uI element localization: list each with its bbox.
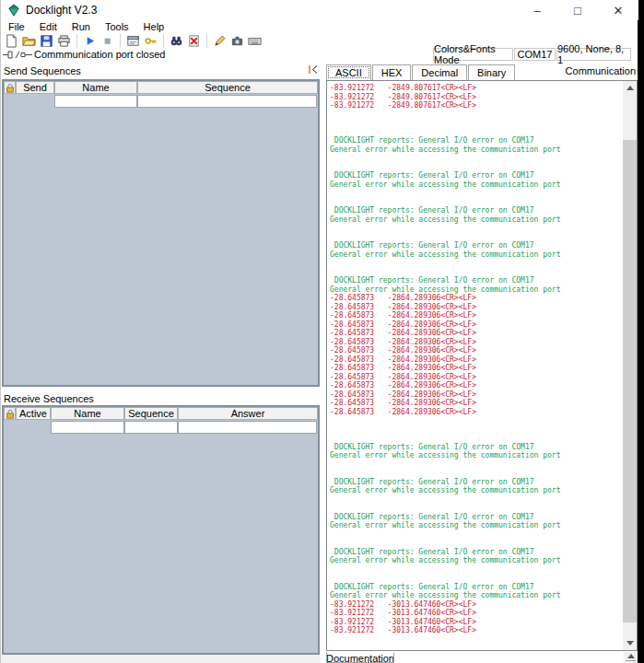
tab-ascii[interactable]: ASCII <box>326 64 371 80</box>
start-communication-icon[interactable] <box>82 34 98 49</box>
terminal-line: -83.921272 -3013.647460<CR><LF> <box>330 618 622 627</box>
tab-decimal[interactable]: Decimal <box>412 64 467 80</box>
doc-scroll-up-icon[interactable] <box>627 654 635 658</box>
send-col-header[interactable]: Send <box>16 81 54 94</box>
save-icon[interactable] <box>39 34 54 49</box>
docklight-logo-icon <box>7 4 20 17</box>
print-icon[interactable] <box>56 34 72 49</box>
terminal-line <box>330 189 622 198</box>
terminal-line: -28.645873 -2864.289306<CR><LF> <box>330 408 622 417</box>
terminal-line: DOCKLIGHT reports: General I/O error on … <box>330 548 622 557</box>
terminal-line: -28.645873 -2864.289306<CR><LF> <box>330 381 622 390</box>
stop-communication-icon[interactable] <box>100 34 115 49</box>
terminal-line <box>330 434 622 443</box>
com-port-label: COM17 <box>518 49 553 60</box>
scrollbar-thumb[interactable] <box>623 140 637 622</box>
new-file-icon[interactable] <box>4 34 19 49</box>
edit-mode-icon[interactable] <box>212 34 228 49</box>
snapshot-icon[interactable] <box>229 34 245 49</box>
close-icon[interactable]: ✕ <box>598 0 638 20</box>
terminal-line: -83.921272 -3013.647460<CR><LF> <box>330 600 622 610</box>
terminal-line: DOCKLIGHT reports: General I/O error on … <box>330 478 622 487</box>
receive-sequences-title: Receive Sequences <box>4 393 94 404</box>
terminal-line: General error while accessing the commun… <box>330 451 622 460</box>
name-col-header[interactable]: Name <box>51 407 124 420</box>
terminal-line <box>330 425 622 435</box>
terminal-line: DOCKLIGHT reports: General I/O error on … <box>330 443 622 452</box>
toolbar-separator <box>206 34 207 48</box>
terminal-line: -28.645873 -2864.289306<CR><LF> <box>330 303 622 312</box>
send-sequence-input[interactable] <box>137 95 317 108</box>
terminal-line <box>330 154 622 163</box>
menu-item-help[interactable]: Help <box>136 21 172 32</box>
answer-col-header[interactable]: Answer <box>178 407 318 420</box>
terminal-line <box>330 198 622 207</box>
terminal-line <box>330 565 622 575</box>
receive-sequence-input[interactable] <box>124 421 178 434</box>
sequence-col-header[interactable]: Sequence <box>137 81 318 94</box>
scroll-up-icon[interactable] <box>623 81 637 95</box>
receive-name-input[interactable] <box>51 421 124 434</box>
terminal-line: -83.921272 -2849.807617<CR><LF> <box>330 93 622 102</box>
terminal-line: -28.645873 -2864.289306<CR><LF> <box>330 338 622 347</box>
terminal-line: -28.645873 -2864.289306<CR><LF> <box>330 399 622 408</box>
status-row: Commmunication port closed Colors&Fonts … <box>1 48 638 62</box>
terminal-line: -28.645873 -2864.289306<CR><LF> <box>330 311 622 320</box>
terminal-line <box>330 259 622 268</box>
titlebar: Docklight V2.3 – □ ✕ <box>1 0 638 20</box>
terminal-line: -83.921272 -2849.807617<CR><LF> <box>330 84 622 93</box>
menu-item-file[interactable]: File <box>1 21 32 32</box>
com-port-box[interactable]: COM17 <box>514 48 556 61</box>
open-file-icon[interactable] <box>21 34 37 49</box>
terminal-line: -83.921272 -3013.647460<CR><LF> <box>330 609 622 618</box>
scroll-down-icon[interactable] <box>623 636 637 650</box>
terminal-line: DOCKLIGHT reports: General I/O error on … <box>330 136 622 145</box>
toolbar-separator <box>163 34 164 48</box>
terminal-line <box>330 233 622 242</box>
terminal-line: -28.645873 -2864.289306<CR><LF> <box>330 329 622 338</box>
terminal-line: General error while accessing the commun… <box>330 145 622 155</box>
toolbar-separator <box>120 34 121 48</box>
terminal-line: General error while accessing the commun… <box>330 285 622 295</box>
menu-item-tools[interactable]: Tools <box>98 21 136 32</box>
documentation-scrollbar[interactable] <box>624 652 638 663</box>
maximize-icon[interactable]: □ <box>557 0 598 20</box>
collapse-left-icon[interactable] <box>306 64 321 76</box>
menu-item-edit[interactable]: Edit <box>32 21 64 32</box>
terminal-line: General error while accessing the commun… <box>330 556 622 565</box>
terminal-line: DOCKLIGHT reports: General I/O error on … <box>330 206 622 215</box>
project-settings-icon[interactable] <box>125 34 141 49</box>
tab-binary[interactable]: Binary <box>468 64 515 80</box>
menu-item-run[interactable]: Run <box>64 21 98 32</box>
terminal-line: DOCKLIGHT reports: General I/O error on … <box>330 276 622 285</box>
baud-settings-label: 9600, None, 8, 1 <box>557 43 630 65</box>
baud-settings-box[interactable]: 9600, None, 8, 1 <box>556 48 631 61</box>
terminal-line: General error while accessing the commun… <box>330 486 622 495</box>
terminal-line: DOCKLIGHT reports: General I/O error on … <box>330 241 622 250</box>
tab-documentation[interactable]: Documentation <box>326 652 394 663</box>
send-name-input[interactable] <box>54 95 137 108</box>
send-lock-icon <box>4 81 16 94</box>
tab-hex[interactable]: HEX <box>372 64 412 80</box>
terminal-line <box>330 119 622 128</box>
options-key-icon[interactable] <box>143 34 158 49</box>
mode-status-box[interactable]: Colors&Fonts Mode <box>433 48 513 61</box>
window-title: Docklight V2.3 <box>26 4 97 17</box>
keyboard-console-icon[interactable] <box>247 34 263 49</box>
receive-answer-input[interactable] <box>178 421 317 434</box>
active-col-header[interactable]: Active <box>16 407 51 420</box>
send-sequences-title: Send Sequences <box>4 65 81 76</box>
terminal-line: General error while accessing the commun… <box>330 521 622 530</box>
communication-window[interactable]: -83.921272 -2849.807617<CR><LF>-83.92127… <box>326 80 638 651</box>
find-sequence-icon[interactable] <box>169 34 184 49</box>
terminal-scrollbar[interactable] <box>623 81 637 650</box>
minimize-icon[interactable]: – <box>517 0 557 20</box>
sequence-col-header[interactable]: Sequence <box>124 407 178 420</box>
terminal-line: General error while accessing the commun… <box>330 180 622 190</box>
name-col-header[interactable]: Name <box>54 81 137 94</box>
terminal-line <box>330 460 622 470</box>
terminal-line: -28.645873 -2864.289306<CR><LF> <box>330 390 622 400</box>
toolbar <box>3 33 638 49</box>
communication-label: Communication <box>566 65 636 76</box>
clear-communication-icon[interactable] <box>186 34 202 49</box>
